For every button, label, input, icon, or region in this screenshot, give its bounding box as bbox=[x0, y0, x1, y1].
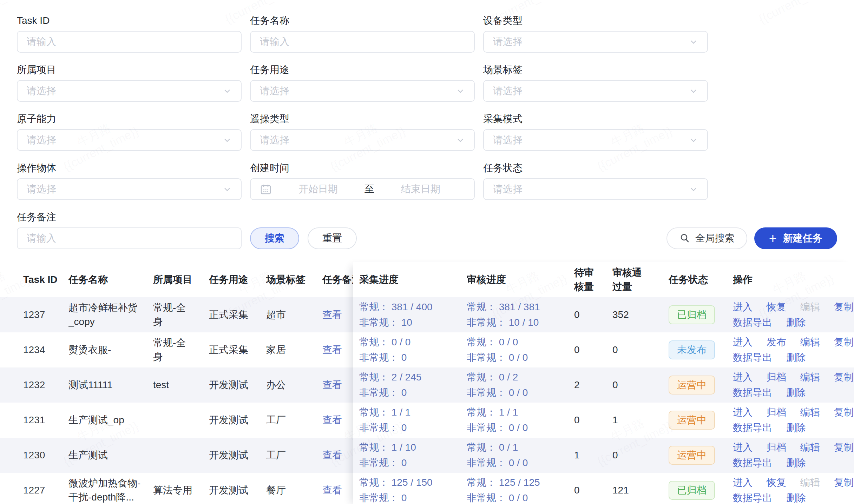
new-task-label: 新建任务 bbox=[783, 232, 822, 245]
filter-collect-mode-label: 采集模式 bbox=[483, 113, 708, 125]
chevron-down-icon bbox=[689, 135, 698, 145]
op-link[interactable]: 数据导出 bbox=[733, 350, 772, 365]
cell-pending-count: 2 bbox=[574, 378, 612, 392]
filter-project-select[interactable]: 请选择 bbox=[17, 80, 242, 102]
remark-view-link[interactable]: 查看 bbox=[322, 309, 342, 320]
op-link[interactable]: 发布 bbox=[767, 334, 786, 350]
filter-atomic-ability-select[interactable]: 请选择 bbox=[17, 129, 242, 151]
op-link[interactable]: 删除 bbox=[786, 350, 806, 365]
select-placeholder: 请选择 bbox=[27, 183, 56, 196]
filter-actions-row: 任务备注 搜索 重置 全局搜索 + 新建任务 bbox=[0, 211, 854, 249]
filter-input-box[interactable] bbox=[250, 31, 475, 53]
op-link[interactable]: 数据导出 bbox=[733, 315, 772, 330]
op-link[interactable]: 恢复 bbox=[767, 475, 786, 490]
op-link[interactable]: 进入 bbox=[733, 405, 753, 420]
filter-device-type-select[interactable]: 请选择 bbox=[483, 31, 708, 53]
select-placeholder: 请选择 bbox=[260, 84, 289, 98]
filter-scene-tag-select[interactable]: 请选择 bbox=[483, 80, 708, 102]
cell-task-id: 1234 bbox=[23, 343, 68, 357]
filter-teleop-type-select[interactable]: 请选择 bbox=[250, 129, 475, 151]
op-link[interactable]: 恢复 bbox=[767, 299, 786, 315]
cell-task-id: 1230 bbox=[23, 448, 68, 462]
op-link[interactable]: 复制 bbox=[834, 299, 854, 315]
op-link[interactable]: 复制 bbox=[834, 370, 854, 385]
op-link[interactable]: 删除 bbox=[786, 385, 806, 400]
op-link[interactable]: 复制 bbox=[834, 475, 854, 490]
op-link[interactable]: 归档 bbox=[767, 440, 786, 455]
select-placeholder: 请选择 bbox=[493, 84, 523, 98]
filter-input-box[interactable] bbox=[17, 31, 242, 53]
filter-task-purpose-select[interactable]: 请选择 bbox=[250, 80, 475, 102]
cell-review-progress: 常规： 0 / 0 非常规： 0 / 0 bbox=[467, 334, 574, 365]
op-link[interactable]: 编辑 bbox=[800, 334, 820, 350]
calendar-icon bbox=[260, 183, 272, 195]
filter-task-remark-input[interactable] bbox=[27, 233, 232, 244]
op-link[interactable]: 归档 bbox=[767, 370, 786, 385]
op-link[interactable]: 复制 bbox=[834, 405, 854, 420]
reset-button[interactable]: 重置 bbox=[308, 227, 357, 249]
op-link[interactable]: 删除 bbox=[786, 490, 806, 504]
header-purpose: 任务用途 bbox=[209, 273, 266, 287]
cell-task-name: 超市冷鲜柜补货_copy bbox=[68, 301, 153, 329]
cell-task-id: 1231 bbox=[23, 413, 68, 427]
op-link[interactable]: 删除 bbox=[786, 420, 806, 436]
global-search-button[interactable]: 全局搜索 bbox=[666, 227, 747, 249]
chevron-down-icon bbox=[456, 135, 465, 145]
table-header-fixed: 采集进度 审核进度 待审核量 审核通过量 任务状态 操作 bbox=[353, 262, 854, 297]
filter-collect-mode-select[interactable]: 请选择 bbox=[483, 129, 708, 151]
op-link[interactable]: 进入 bbox=[733, 440, 753, 455]
remark-view-link[interactable]: 查看 bbox=[322, 379, 342, 390]
table-fixed-columns: 采集进度 审核进度 待审核量 审核通过量 任务状态 操作 常规： 381 / 4… bbox=[353, 262, 854, 504]
cell-review-progress: 常规： 125 / 125 非常规： 0 / 0 bbox=[467, 475, 574, 504]
op-link[interactable]: 复制 bbox=[834, 440, 854, 455]
remark-view-link[interactable]: 查看 bbox=[322, 485, 342, 496]
global-search-label: 全局搜索 bbox=[695, 232, 735, 245]
cell-task-name: 熨烫衣服- bbox=[68, 343, 153, 357]
filter-task-name-input[interactable] bbox=[260, 36, 465, 47]
remark-view-link[interactable]: 查看 bbox=[322, 344, 342, 355]
start-date-placeholder[interactable]: 开始日期 bbox=[274, 183, 362, 196]
filter-input-box[interactable] bbox=[17, 227, 242, 249]
op-disabled-link: 编辑 bbox=[800, 299, 820, 315]
op-link[interactable]: 编辑 bbox=[800, 370, 820, 385]
op-link[interactable]: 进入 bbox=[733, 370, 753, 385]
new-task-button[interactable]: + 新建任务 bbox=[754, 227, 837, 249]
table-row-fixed: 常规： 2 / 245 非常规： 0 常规： 0 / 2 非常规： 0 / 0 … bbox=[353, 367, 854, 403]
op-link[interactable]: 进入 bbox=[733, 299, 753, 315]
remark-view-link[interactable]: 查看 bbox=[322, 415, 342, 425]
header-collect-progress: 采集进度 bbox=[359, 273, 467, 287]
cell-project: test bbox=[153, 378, 209, 392]
remark-view-link[interactable]: 查看 bbox=[322, 450, 342, 460]
status-badge: 运营中 bbox=[669, 411, 715, 430]
op-link[interactable]: 进入 bbox=[733, 334, 753, 350]
op-link[interactable]: 删除 bbox=[786, 455, 806, 471]
filter-task-id-input[interactable] bbox=[27, 36, 232, 47]
op-link[interactable]: 编辑 bbox=[800, 405, 820, 420]
filter-object-select[interactable]: 请选择 bbox=[17, 178, 242, 200]
date-range-separator: 至 bbox=[362, 183, 376, 196]
end-date-placeholder[interactable]: 结束日期 bbox=[376, 183, 465, 196]
op-link[interactable]: 数据导出 bbox=[733, 455, 772, 471]
table-row-fixed: 常规： 1 / 10 非常规： 0 常规： 0 / 1 非常规： 0 / 0 1… bbox=[353, 438, 854, 473]
op-link[interactable]: 归档 bbox=[767, 405, 786, 420]
table-row-fixed: 常规： 381 / 400 非常规： 10 常规： 381 / 381 非常规：… bbox=[353, 297, 854, 332]
op-link[interactable]: 数据导出 bbox=[733, 420, 772, 436]
remark-filter-slot: 任务备注 bbox=[17, 211, 242, 249]
filter-daterange[interactable]: 开始日期 至 结束日期 bbox=[250, 178, 475, 200]
op-link[interactable]: 编辑 bbox=[800, 440, 820, 455]
op-link[interactable]: 进入 bbox=[733, 475, 753, 490]
filter-field: 所属项目 请选择 bbox=[17, 64, 242, 102]
cell-operations: 进入恢复编辑复制 数据导出删除 bbox=[733, 475, 854, 504]
search-button[interactable]: 搜索 bbox=[250, 227, 299, 249]
filter-field: 原子能力 请选择 bbox=[17, 113, 242, 151]
cell-review-progress: 常规： 381 / 381 非常规： 10 / 10 bbox=[467, 299, 574, 330]
cell-pending-count: 0 bbox=[574, 483, 612, 497]
filter-task-status-select[interactable]: 请选择 bbox=[483, 178, 708, 200]
op-link[interactable]: 复制 bbox=[834, 334, 854, 350]
cell-pending-count: 0 bbox=[574, 413, 612, 427]
op-link[interactable]: 数据导出 bbox=[733, 490, 772, 504]
plus-icon: + bbox=[769, 232, 777, 245]
filter-task-remark-label: 任务备注 bbox=[17, 211, 242, 223]
op-link[interactable]: 数据导出 bbox=[733, 385, 772, 400]
op-link[interactable]: 删除 bbox=[786, 315, 806, 330]
